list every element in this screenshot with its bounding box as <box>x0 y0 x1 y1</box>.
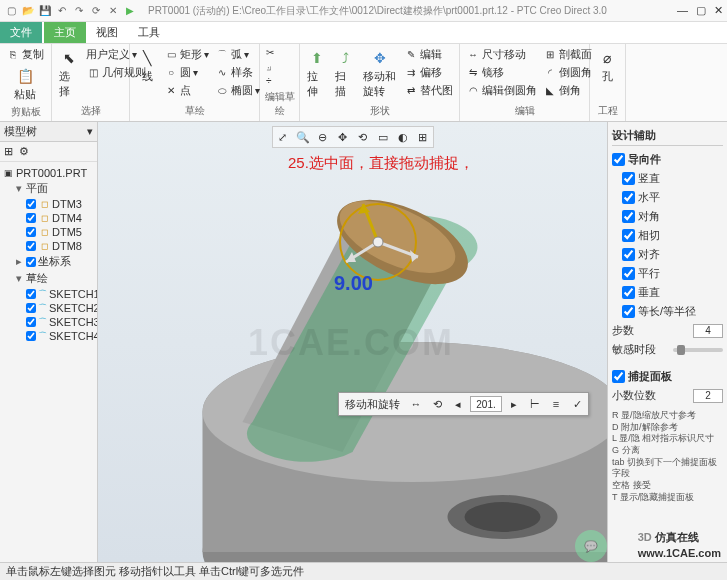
collapse-icon[interactable]: ▾ <box>14 272 24 285</box>
offset-shape[interactable]: ⇉偏移 <box>402 64 455 81</box>
float-value-input[interactable] <box>470 396 502 412</box>
model-tree[interactable]: ▣PRT0001.PRT ▾平面 ◻DTM3 ◻DTM4 ◻DTM5 ◻DTM8… <box>0 162 97 562</box>
chk-parallel[interactable] <box>622 267 635 280</box>
tree-group-axes[interactable]: ▸坐标系 <box>2 253 95 270</box>
float-rotate-icon[interactable]: ⟲ <box>428 395 446 413</box>
file-menu[interactable]: 文件 <box>0 22 42 43</box>
maximize-icon[interactable]: ▢ <box>696 4 706 17</box>
tree-filter-icon[interactable]: ⊞ <box>4 145 13 158</box>
chk-align[interactable] <box>622 248 635 261</box>
vis-checkbox[interactable] <box>26 317 36 327</box>
chamfer-btn[interactable]: ◣倒角 <box>541 82 594 99</box>
qat-regen-icon[interactable]: ⟳ <box>89 4 103 18</box>
display-style-icon[interactable]: ◐ <box>395 129 411 145</box>
round-btn[interactable]: ◜倒圆角 <box>541 64 594 81</box>
replace-shape[interactable]: ⇄替代图 <box>402 82 455 99</box>
tree-dtm3[interactable]: ◻DTM3 <box>2 197 95 211</box>
chk-perp[interactable] <box>622 286 635 299</box>
qat-save-icon[interactable]: 💾 <box>38 4 52 18</box>
tree-sketch3[interactable]: ⌒SKETCH3 <box>2 315 95 329</box>
divide-icon[interactable]: ÷ <box>264 74 276 87</box>
tab-tools[interactable]: 工具 <box>128 22 170 43</box>
tree-sketch2[interactable]: ⌒SKETCH2 <box>2 301 95 315</box>
tree-root[interactable]: ▣PRT0001.PRT <box>2 166 95 180</box>
sensitivity-slider[interactable] <box>673 348 723 352</box>
float-align-icon[interactable]: ≡ <box>547 395 565 413</box>
tree-sketch1[interactable]: ⌒SKETCH1 <box>2 287 95 301</box>
edit-shape[interactable]: ✎编辑 <box>402 46 455 63</box>
floating-toolbar[interactable]: 移动和旋转 ↔ ⟲ ◂ ▸ ⊢ ≡ ✓ <box>338 392 589 416</box>
chk-horizontal[interactable] <box>622 191 635 204</box>
float-next-icon[interactable]: ▸ <box>505 395 523 413</box>
dim-move[interactable]: ↔尺寸移动 <box>464 46 539 63</box>
qat-redo-icon[interactable]: ↷ <box>72 4 86 18</box>
datum-icon[interactable]: ⊞ <box>415 129 431 145</box>
vis-checkbox[interactable] <box>26 289 36 299</box>
vis-checkbox[interactable] <box>26 199 36 209</box>
float-move-icon[interactable]: ↔ <box>407 395 425 413</box>
tree-dtm8[interactable]: ◻DTM8 <box>2 239 95 253</box>
chk-diagonal[interactable] <box>622 210 635 223</box>
tree-dtm4[interactable]: ◻DTM4 <box>2 211 95 225</box>
saved-view-icon[interactable]: ▭ <box>375 129 391 145</box>
rect-button[interactable]: ▭矩形▾ <box>162 46 211 63</box>
graphics-area[interactable]: ⤢ 🔍 ⊖ ✥ ⟲ ▭ ◐ ⊞ 25.选中面，直接拖动捕捉， 9.00 1CAE… <box>98 122 607 562</box>
qat-play-icon[interactable]: ▶ <box>123 4 137 18</box>
copy-button[interactable]: ⎘复制 <box>4 46 46 63</box>
chk-equal[interactable] <box>622 305 635 318</box>
chk-vertical[interactable] <box>622 172 635 185</box>
point-button[interactable]: ✕点 <box>162 82 211 99</box>
vis-checkbox[interactable] <box>26 257 36 267</box>
ellipse-button[interactable]: ⬭椭圆▾ <box>213 82 262 99</box>
tab-home[interactable]: 主页 <box>44 22 86 43</box>
collapse-icon[interactable]: ▾ <box>14 182 24 195</box>
zoom-in-icon[interactable]: 🔍 <box>295 129 311 145</box>
vis-checkbox[interactable] <box>26 213 36 223</box>
sweep-button[interactable]: ⤴扫描 <box>332 46 358 101</box>
arc-button[interactable]: ⌒弧▾ <box>213 46 262 63</box>
circle-button[interactable]: ○圆▾ <box>162 64 211 81</box>
qat-undo-icon[interactable]: ↶ <box>55 4 69 18</box>
float-snap-icon[interactable]: ⊢ <box>526 395 544 413</box>
select-button[interactable]: ⬉选择 <box>56 46 82 101</box>
tree-sketch4[interactable]: ⌒SKETCH4 <box>2 329 95 343</box>
float-prev-icon[interactable]: ◂ <box>449 395 467 413</box>
snap-panel-checkbox[interactable] <box>612 370 625 383</box>
qat-new-icon[interactable]: ▢ <box>4 4 18 18</box>
zoom-out-icon[interactable]: ⊖ <box>315 129 331 145</box>
tab-view[interactable]: 视图 <box>86 22 128 43</box>
decimal-input[interactable] <box>693 389 723 403</box>
expand-icon[interactable]: ▸ <box>14 255 24 268</box>
spline-button[interactable]: ∿样条 <box>213 64 262 81</box>
vis-checkbox[interactable] <box>26 331 36 341</box>
hole-button[interactable]: ⌀孔 <box>594 46 620 86</box>
guides-checkbox[interactable] <box>612 153 625 166</box>
qat-close-icon[interactable]: ✕ <box>106 4 120 18</box>
chk-tangent[interactable] <box>622 229 635 242</box>
minimize-icon[interactable]: — <box>677 4 688 17</box>
rotate-icon[interactable]: ⟲ <box>355 129 371 145</box>
vis-checkbox[interactable] <box>26 303 36 313</box>
edit-round[interactable]: ◠编辑倒圆角 <box>464 82 539 99</box>
mirror-btn[interactable]: ⇋镜移 <box>464 64 539 81</box>
extrude-button[interactable]: ⬆拉伸 <box>304 46 330 101</box>
close-window-icon[interactable]: ✕ <box>714 4 723 17</box>
refit-icon[interactable]: ⤢ <box>275 129 291 145</box>
tree-dtm5[interactable]: ◻DTM5 <box>2 225 95 239</box>
corner-icon[interactable]: ⟓ <box>264 60 276 73</box>
vis-checkbox[interactable] <box>26 241 36 251</box>
paste-button[interactable]: 📋粘贴 <box>4 64 46 104</box>
steps-input[interactable] <box>693 324 723 338</box>
pan-icon[interactable]: ✥ <box>335 129 351 145</box>
tree-group-sketch[interactable]: ▾草绘 <box>2 270 95 287</box>
line-button[interactable]: ╲线 <box>134 46 160 86</box>
pattern-btn[interactable]: ⊞剖截面 <box>541 46 594 63</box>
tree-settings-icon[interactable]: ⚙ <box>19 145 29 158</box>
qat-open-icon[interactable]: 📂 <box>21 4 35 18</box>
tree-menu-icon[interactable]: ▾ <box>87 125 93 138</box>
float-ok-icon[interactable]: ✓ <box>568 395 586 413</box>
moverot-button[interactable]: ✥移动和旋转 <box>360 46 400 101</box>
trim-icon[interactable]: ✂ <box>264 46 276 59</box>
vis-checkbox[interactable] <box>26 227 36 237</box>
tree-group-planes[interactable]: ▾平面 <box>2 180 95 197</box>
